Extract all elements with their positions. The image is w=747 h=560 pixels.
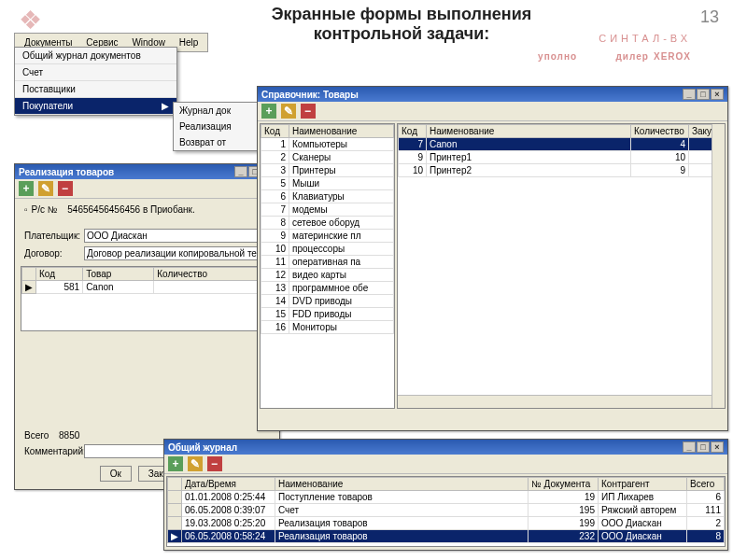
min-icon[interactable]: _	[683, 89, 696, 100]
submenu-journal[interactable]: Журнал док	[174, 103, 261, 119]
table-row[interactable]: 11оперативная па	[261, 256, 394, 269]
edit-button[interactable]: ✎	[281, 104, 296, 119]
table-row[interactable]: 3Принтеры	[261, 164, 394, 177]
table-row[interactable]: 15FDD приводы	[261, 308, 394, 321]
add-button[interactable]: +	[19, 181, 34, 196]
submenu-arrow-icon: ▶	[162, 101, 169, 111]
delete-button[interactable]: −	[207, 456, 222, 471]
titlebar-journal[interactable]: Общий журнал _□×	[164, 440, 727, 455]
items-grid[interactable]: КодНаименованиеКоличествоЗакуп7Canon49Пр…	[397, 123, 726, 409]
categories-grid[interactable]: КодНаименование1Компьютеры2Сканеры3Принт…	[260, 123, 395, 409]
page-number: 13	[700, 7, 719, 27]
table-row[interactable]: 01.01.2008 0:25:44Поступление товаров19И…	[168, 491, 725, 504]
titlebar-reference[interactable]: Справочник: Товары _□×	[258, 87, 727, 102]
max-icon[interactable]: □	[697, 89, 710, 100]
toolbar-reference: + ✎ −	[258, 102, 727, 121]
table-row[interactable]: 14DVD приводы	[261, 295, 394, 308]
table-row[interactable]: 8сетевое оборуд	[261, 217, 394, 230]
submenu-sale[interactable]: Реализация	[174, 119, 261, 134]
table-row[interactable]: 12видео карты	[261, 269, 394, 282]
close-icon[interactable]: ×	[711, 441, 724, 453]
menu-item-buyers[interactable]: Покупатели▶	[15, 98, 176, 115]
edit-button[interactable]: ✎	[38, 181, 53, 196]
payer-input[interactable]	[84, 229, 270, 243]
journal-grid[interactable]: Дата/ВремяНаименование№ ДокументаКонтраг…	[166, 476, 726, 547]
comment-label: Комментарий:	[24, 446, 80, 456]
table-row[interactable]: 06.05.2008 0:39:07Счет195Ряжский авторем…	[168, 504, 725, 517]
table-row: ▶581Canon2	[22, 281, 273, 294]
table-row[interactable]: 1Компьютеры	[261, 138, 394, 151]
add-button[interactable]: +	[261, 104, 276, 119]
sale-grid[interactable]: КодТоварКоличество ▶581Canon2	[21, 266, 274, 331]
delete-button[interactable]: −	[58, 181, 73, 196]
page-title: Экранные формы выполнения контрольной за…	[252, 5, 551, 44]
bg-dealer: уполно дилер XEROX	[538, 47, 691, 63]
table-row[interactable]: 16Мониторы	[261, 321, 394, 334]
table-row[interactable]: 6Клавиатуры	[261, 190, 394, 203]
scrollbar-h[interactable]	[398, 395, 712, 408]
min-icon[interactable]: _	[683, 441, 696, 453]
menu-item-journal[interactable]: Общий журнал документов	[15, 48, 176, 64]
bg-logo-icon: ❖	[19, 5, 42, 35]
table-row[interactable]: 2Сканеры	[261, 151, 394, 164]
min-icon[interactable]: _	[234, 166, 247, 177]
table-row[interactable]: 10процессоры	[261, 243, 394, 256]
documents-dropdown: Общий журнал документов Счет Поставщики …	[14, 47, 177, 116]
ok-button[interactable]: Ок	[100, 466, 132, 482]
titlebar-sale[interactable]: Реализация товаров _□×	[15, 164, 279, 179]
max-icon[interactable]: □	[697, 441, 710, 453]
menu-item-suppliers[interactable]: Поставщики	[15, 81, 176, 98]
menu-item-invoice[interactable]: Счет	[15, 64, 176, 81]
total-label: Всего	[24, 430, 49, 441]
table-row[interactable]: ▶06.05.2008 0:58:24Реализация товаров232…	[168, 530, 725, 543]
payer-label: Плательщик:	[24, 231, 80, 241]
window-journal: Общий журнал _□× + ✎ − Дата/ВремяНаимено…	[163, 439, 728, 551]
table-row[interactable]: 19.03.2008 0:25:20Реализация товаров199О…	[168, 517, 725, 530]
close-icon[interactable]: ×	[711, 89, 724, 100]
table-row[interactable]: 13программное обе	[261, 282, 394, 295]
table-row[interactable]: 7Canon4	[399, 138, 725, 151]
delete-button[interactable]: −	[301, 104, 316, 119]
toolbar-sale: + ✎ −	[15, 179, 279, 199]
table-row[interactable]: 5Мыши	[261, 177, 394, 190]
menu-help[interactable]: Help	[174, 35, 204, 49]
bg-brand: СИНТАЛ-ВХ	[599, 33, 691, 44]
account-row: ▫ Р/с № 54656456456456 в Приобанк.	[19, 203, 275, 217]
contract-input[interactable]	[84, 246, 270, 260]
table-row[interactable]: 9Принтер110	[399, 151, 725, 164]
scrollbar-v[interactable]	[712, 124, 725, 408]
add-button[interactable]: +	[168, 456, 183, 471]
table-row[interactable]: 7модемы	[261, 203, 394, 217]
contract-label: Договор:	[24, 248, 80, 259]
submenu-return[interactable]: Возврат от	[174, 134, 261, 150]
toolbar-journal: + ✎ −	[164, 455, 727, 474]
doc-icon: ▫	[24, 204, 28, 215]
edit-button[interactable]: ✎	[188, 456, 203, 471]
window-reference: Справочник: Товары _□× + ✎ − КодНаименов…	[257, 86, 728, 431]
table-row[interactable]: 9материнские пл	[261, 230, 394, 243]
total-value: 8850	[59, 430, 79, 441]
table-row[interactable]: 10Принтер29	[399, 164, 725, 177]
buyers-submenu: Журнал док Реализация Возврат от	[173, 102, 261, 151]
